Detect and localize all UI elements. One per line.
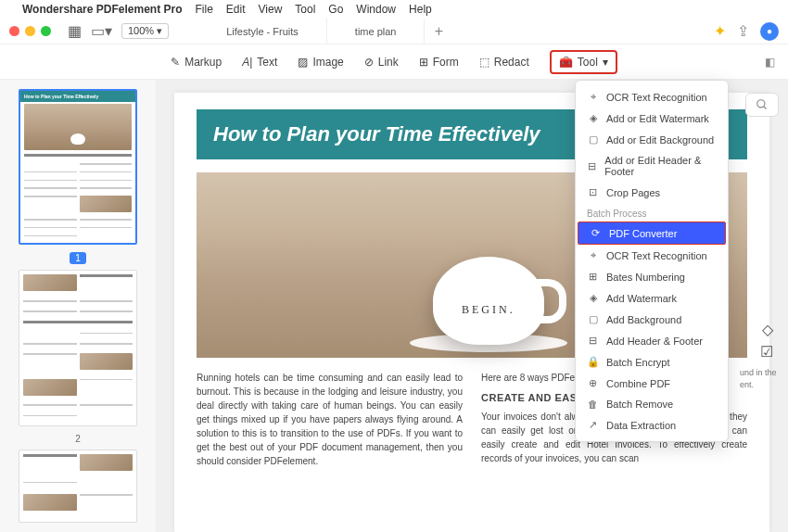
dd-pdf-converter[interactable]: ⟳PDF Converter	[578, 222, 726, 245]
close-window-button[interactable]	[9, 26, 19, 36]
app-name[interactable]: Wondershare PDFelement Pro	[22, 3, 183, 16]
tab-lifestyle-fruits[interactable]: Lifestyle - Fruits	[198, 19, 327, 44]
dd-combine-pdf[interactable]: ⊕Combine PDF	[576, 373, 728, 394]
tool-markup[interactable]: ✎Markup	[171, 56, 222, 69]
tool-dropdown-menu: ⌖OCR Text Recognition ◈Add or Edit Water…	[575, 80, 729, 442]
thumb-hero-image	[24, 104, 132, 150]
background-icon: ▢	[587, 133, 599, 146]
share-icon[interactable]: ⇪	[737, 22, 749, 40]
right-panel-toggle-icon[interactable]: ◧	[765, 56, 775, 69]
column-left: Running hotels can be time consuming and…	[197, 371, 463, 468]
page-number-2: 2	[75, 434, 81, 444]
background-icon: ▢	[587, 313, 599, 325]
form-icon: ⊞	[419, 56, 428, 69]
markup-icon: ✎	[171, 56, 180, 69]
right-panel-fragment: und in the ent.	[740, 367, 782, 390]
ocr-icon: ⌖	[587, 91, 599, 103]
menu-edit[interactable]: Edit	[226, 3, 246, 16]
header-footer-icon: ⊟	[587, 160, 597, 172]
text-icon: A|	[242, 56, 252, 69]
dd-bates-numbering[interactable]: ⊞Bates Numbering	[576, 266, 728, 287]
cup-label: BEGIN.	[462, 303, 515, 317]
bates-icon: ⊞	[587, 271, 599, 283]
header-footer-icon: ⊟	[587, 335, 599, 347]
dd-add-edit-watermark[interactable]: ◈Add or Edit Watermark	[576, 108, 728, 129]
toolbox-icon: 🧰	[559, 56, 573, 69]
dd-batch-remove[interactable]: 🗑Batch Remove	[576, 394, 728, 414]
main-toolbar: ✎Markup A|Text ▨Image ⊘Link ⊞Form ⬚Redac…	[0, 44, 788, 80]
page-number-1: 1	[70, 252, 86, 264]
dd-batch-ocr[interactable]: ⌖OCR Text Recognition	[576, 245, 728, 266]
thumbnail-panel-icon[interactable]: ▦	[68, 22, 82, 40]
system-menubar: Wondershare PDFelement Pro File Edit Vie…	[0, 0, 788, 19]
search-icon	[756, 98, 769, 111]
zoom-selector[interactable]: 100% ▾	[121, 23, 169, 39]
thumb-body-preview	[19, 450, 136, 522]
window-titlebar: ▦ ▭▾ 100% ▾ Lifestyle - Fruits time plan…	[0, 19, 788, 44]
trash-icon: 🗑	[587, 399, 599, 410]
thumb-title: How to Plan your Time Effectively	[20, 91, 135, 102]
dd-batch-encrypt[interactable]: 🔒Batch Encrypt	[576, 351, 728, 373]
thumb-body-preview	[20, 152, 135, 243]
page-thumbnail-1[interactable]: How to Plan your Time Effectively	[19, 89, 137, 245]
thumbnail-sidebar[interactable]: How to Plan your Time Effectively 1 2	[0, 80, 156, 532]
watermark-icon: ◈	[587, 112, 599, 124]
dd-crop-pages[interactable]: ⊡Crop Pages	[576, 182, 728, 203]
extract-icon: ↗	[587, 419, 599, 431]
dd-ocr-text-recognition[interactable]: ⌖OCR Text Recognition	[576, 86, 728, 108]
page-thumbnail-2[interactable]	[19, 270, 137, 425]
check-icon[interactable]: ☑	[760, 343, 773, 361]
dd-add-watermark[interactable]: ◈Add Watermark	[576, 287, 728, 309]
search-button[interactable]	[745, 93, 779, 117]
menu-file[interactable]: File	[196, 3, 213, 16]
crop-icon: ⊡	[587, 186, 599, 198]
svg-point-0	[757, 100, 765, 108]
dd-section-batch: Batch Process	[576, 203, 728, 222]
combine-icon: ⊕	[587, 377, 599, 389]
menu-window[interactable]: Window	[356, 3, 396, 16]
link-icon: ⊘	[364, 56, 374, 69]
dd-add-header-footer[interactable]: ⊟Add Header & Footer	[576, 330, 728, 351]
tool-tool-dropdown[interactable]: 🧰Tool▾	[550, 50, 617, 74]
dd-add-edit-header-footer[interactable]: ⊟Add or Edit Header & Footer	[576, 150, 728, 182]
notification-icon[interactable]: ✦	[714, 22, 726, 40]
redact-icon: ⬚	[479, 56, 489, 69]
ocr-icon: ⌖	[587, 249, 599, 261]
diamond-icon[interactable]: ◇	[762, 321, 773, 338]
menu-go[interactable]: Go	[328, 3, 343, 16]
thumb-body-preview	[19, 271, 136, 424]
col1-paragraph: Running hotels can be time consuming and…	[197, 371, 463, 468]
lock-icon: 🔒	[587, 356, 599, 368]
menu-help[interactable]: Help	[409, 3, 432, 16]
dd-add-background[interactable]: ▢Add Background	[576, 309, 728, 330]
dd-data-extraction[interactable]: ↗Data Extraction	[576, 414, 728, 436]
menu-view[interactable]: View	[259, 3, 283, 16]
view-controls: ▦ ▭▾ 100% ▾	[68, 22, 169, 40]
minimize-window-button[interactable]	[25, 26, 35, 36]
chevron-down-icon: ▾	[603, 56, 608, 69]
dd-add-edit-background[interactable]: ▢Add or Edit Background	[576, 129, 728, 150]
tool-form[interactable]: ⊞Form	[419, 56, 459, 69]
converter-icon: ⟳	[590, 227, 602, 239]
tab-time-plan[interactable]: time plan	[327, 19, 426, 44]
layout-dropdown-icon[interactable]: ▭▾	[91, 22, 112, 40]
traffic-lights	[9, 26, 51, 36]
page-thumbnail-3[interactable]	[19, 450, 137, 523]
tool-image[interactable]: ▨Image	[298, 56, 343, 69]
menu-tool[interactable]: Tool	[295, 3, 315, 16]
new-tab-button[interactable]: +	[425, 19, 452, 44]
tool-text[interactable]: A|Text	[242, 56, 277, 69]
image-icon: ▨	[298, 56, 308, 69]
watermark-icon: ◈	[587, 292, 599, 304]
document-tabs: Lifestyle - Fruits time plan +	[198, 19, 714, 44]
fullscreen-window-button[interactable]	[41, 26, 51, 36]
tool-redact[interactable]: ⬚Redact	[479, 56, 529, 69]
svg-line-1	[764, 107, 767, 109]
user-avatar[interactable]: ●	[760, 22, 779, 41]
tool-link[interactable]: ⊘Link	[364, 56, 399, 69]
